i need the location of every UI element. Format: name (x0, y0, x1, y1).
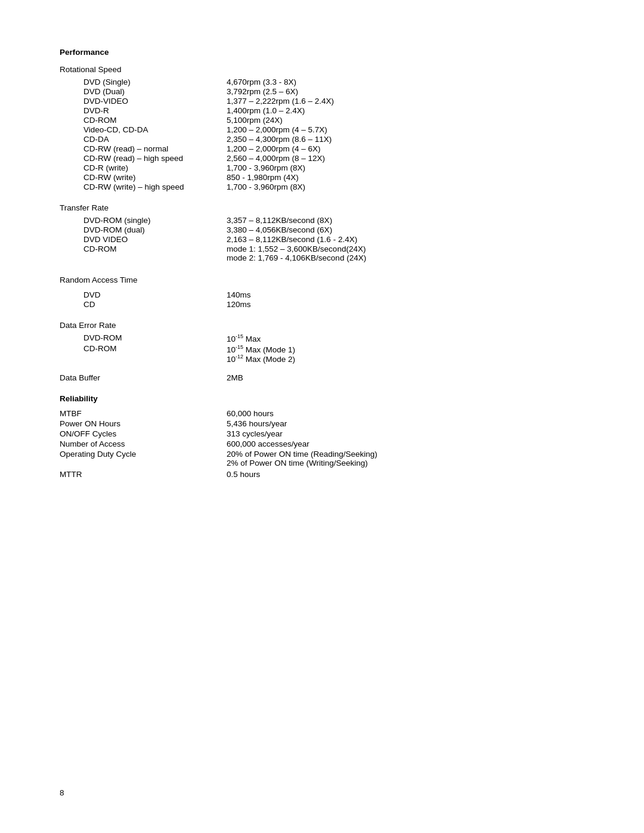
onoff-cycles-label: ON/OFF Cycles (60, 429, 227, 438)
cdrom-err-value: 10-15 Max (Mode 1) 10-12 Max (Mode 2) (227, 344, 584, 364)
cdrom-err-mode2: 10-12 Max (Mode 2) (227, 354, 584, 364)
performance-section: Performance Rotational Speed DVD (Single… (60, 48, 584, 382)
number-of-access-value: 600,000 accesses/year (227, 439, 584, 448)
table-row: DVD-R 1,400rpm (1.0 – 2.4X) (60, 106, 584, 115)
dvd-access-label: DVD (60, 290, 227, 299)
table-row: ON/OFF Cycles 313 cycles/year (60, 429, 584, 438)
table-row: CD-ROM 10-15 Max (Mode 1) 10-12 Max (Mod… (60, 344, 584, 364)
cdrom-tr-mode2: mode 2: 1,769 - 4,106KB/second (24X) (227, 253, 584, 262)
table-row: Number of Access 600,000 accesses/year (60, 439, 584, 448)
cdrw-read-high-label: CD-RW (read) – high speed (60, 154, 227, 163)
mttr-label: MTTR (60, 470, 227, 479)
data-error-rate-label: Data Error Rate (60, 321, 584, 330)
table-row: MTTR 0.5 hours (60, 470, 584, 479)
table-row: DVD VIDEO 2,163 – 8,112KB/second (1.6 - … (60, 235, 584, 244)
operating-duty-cycle-label: Operating Duty Cycle (60, 450, 227, 467)
dvd-single-label: DVD (Single) (60, 78, 227, 86)
cd-access-label: CD (60, 300, 227, 309)
dvdrom-single-label: DVD-ROM (single) (60, 216, 227, 225)
table-row: DVD (Dual) 3,792rpm (2.5 – 6X) (60, 87, 584, 96)
table-row: CD-ROM 5,100rpm (24X) (60, 116, 584, 125)
cdrw-read-high-value: 2,560 – 4,000rpm (8 – 12X) (227, 154, 584, 163)
dvdrom-err-value: 10-15 Max (227, 333, 584, 343)
cd-da-label: CD-DA (60, 135, 227, 144)
table-row: CD-RW (write) 850 - 1,980rpm (4X) (60, 173, 584, 182)
dvd-video-label: DVD-VIDEO (60, 97, 227, 106)
page-number: 8 (60, 788, 64, 797)
cdrom-tr-value: mode 1: 1,552 – 3,600KB/second(24X) mode… (227, 244, 584, 262)
table-row: CD-DA 2,350 – 4,300rpm (8.6 – 11X) (60, 135, 584, 144)
dvd-video-tr-label: DVD VIDEO (60, 235, 227, 244)
video-cd-label: Video-CD, CD-DA (60, 125, 227, 134)
table-row: CD-RW (read) – high speed 2,560 – 4,000r… (60, 154, 584, 163)
duty-cycle-reading: 20% of Power ON time (Reading/Seeking) (227, 450, 584, 459)
dvdrom-err-label: DVD-ROM (60, 333, 227, 343)
cdrom-tr-mode1: mode 1: 1,552 – 3,600KB/second(24X) (227, 244, 584, 253)
cdr-write-value: 1,700 - 3,960rpm (8X) (227, 163, 584, 172)
dvdrom-dual-value: 3,380 – 4,056KB/second (6X) (227, 225, 584, 234)
reliability-section: Reliability MTBF 60,000 hours Power ON H… (60, 394, 584, 479)
data-error-rate-items: DVD-ROM 10-15 Max CD-ROM 10-15 Max (Mode… (60, 333, 584, 364)
dvdrom-single-value: 3,357 – 8,112KB/second (8X) (227, 216, 584, 225)
table-row: CD 120ms (60, 300, 584, 309)
data-buffer-row: Data Buffer 2MB (60, 373, 584, 382)
cd-da-value: 2,350 – 4,300rpm (8.6 – 11X) (227, 135, 584, 144)
dvd-r-value: 1,400rpm (1.0 – 2.4X) (227, 106, 584, 115)
dvdrom-err-sup: -15 (236, 333, 243, 339)
dvd-video-tr-value: 2,163 – 8,112KB/second (1.6 - 2.4X) (227, 235, 584, 244)
data-buffer-value: 2MB (227, 373, 584, 382)
cdr-write-label: CD-R (write) (60, 163, 227, 172)
reliability-items: MTBF 60,000 hours Power ON Hours 5,436 h… (60, 409, 584, 479)
random-access-items: DVD 140ms CD 120ms (60, 290, 584, 309)
power-on-hours-label: Power ON Hours (60, 419, 227, 428)
mttr-value: 0.5 hours (227, 470, 584, 479)
dvd-video-value: 1,377 – 2,222rpm (1.6 – 2.4X) (227, 97, 584, 106)
table-row: CD-RW (read) – normal 1,200 – 2,000rpm (… (60, 144, 584, 153)
table-row: CD-RW (write) – high speed 1,700 - 3,960… (60, 182, 584, 191)
table-row: Power ON Hours 5,436 hours/year (60, 419, 584, 428)
data-buffer-label: Data Buffer (60, 373, 227, 382)
cdrw-write-high-label: CD-RW (write) – high speed (60, 182, 227, 191)
table-row: DVD 140ms (60, 290, 584, 299)
operating-duty-cycle-value: 20% of Power ON time (Reading/Seeking) 2… (227, 450, 584, 467)
transfer-rate-items: DVD-ROM (single) 3,357 – 8,112KB/second … (60, 216, 584, 262)
dvd-r-label: DVD-R (60, 106, 227, 115)
table-row: DVD (Single) 4,670rpm (3.3 - 8X) (60, 78, 584, 86)
cdrom-err-mode1: 10-15 Max (Mode 1) (227, 344, 584, 354)
rotational-speed-items: DVD (Single) 4,670rpm (3.3 - 8X) DVD (Du… (60, 78, 584, 191)
table-row: CD-ROM mode 1: 1,552 – 3,600KB/second(24… (60, 244, 584, 262)
cd-rom-rot-value: 5,100rpm (24X) (227, 116, 584, 125)
dvd-single-value: 4,670rpm (3.3 - 8X) (227, 78, 584, 86)
reliability-heading: Reliability (60, 394, 584, 403)
table-row: DVD-VIDEO 1,377 – 2,222rpm (1.6 – 2.4X) (60, 97, 584, 106)
cdrw-write-high-value: 1,700 - 3,960rpm (8X) (227, 182, 584, 191)
rotational-speed-label: Rotational Speed (60, 65, 584, 74)
dvd-access-value: 140ms (227, 290, 584, 299)
table-row: MTBF 60,000 hours (60, 409, 584, 418)
mtbf-value: 60,000 hours (227, 409, 584, 418)
cd-rom-rot-label: CD-ROM (60, 116, 227, 125)
video-cd-value: 1,200 – 2,000rpm (4 – 5.7X) (227, 125, 584, 134)
table-row: DVD-ROM (dual) 3,380 – 4,056KB/second (6… (60, 225, 584, 234)
dvd-dual-value: 3,792rpm (2.5 – 6X) (227, 87, 584, 96)
cdrom-tr-label: CD-ROM (60, 244, 227, 262)
power-on-hours-value: 5,436 hours/year (227, 419, 584, 428)
random-access-label: Random Access Time (60, 275, 584, 284)
cdrom-err-sup2: -12 (236, 354, 243, 360)
cdrw-write-label: CD-RW (write) (60, 173, 227, 182)
table-row: Video-CD, CD-DA 1,200 – 2,000rpm (4 – 5.… (60, 125, 584, 134)
dvd-dual-label: DVD (Dual) (60, 87, 227, 96)
cdrom-err-label: CD-ROM (60, 344, 227, 364)
table-row: DVD-ROM (single) 3,357 – 8,112KB/second … (60, 216, 584, 225)
table-row: CD-R (write) 1,700 - 3,960rpm (8X) (60, 163, 584, 172)
onoff-cycles-value: 313 cycles/year (227, 429, 584, 438)
cd-access-value: 120ms (227, 300, 584, 309)
cdrw-write-value: 850 - 1,980rpm (4X) (227, 173, 584, 182)
duty-cycle-writing: 2% of Power ON time (Writing/Seeking) (227, 459, 584, 467)
cdrw-read-normal-value: 1,200 – 2,000rpm (4 – 6X) (227, 144, 584, 153)
transfer-rate-label: Transfer Rate (60, 203, 584, 212)
cdrom-err-sup1: -15 (236, 344, 243, 350)
table-row: DVD-ROM 10-15 Max (60, 333, 584, 343)
mtbf-label: MTBF (60, 409, 227, 418)
dvdrom-dual-label: DVD-ROM (dual) (60, 225, 227, 234)
